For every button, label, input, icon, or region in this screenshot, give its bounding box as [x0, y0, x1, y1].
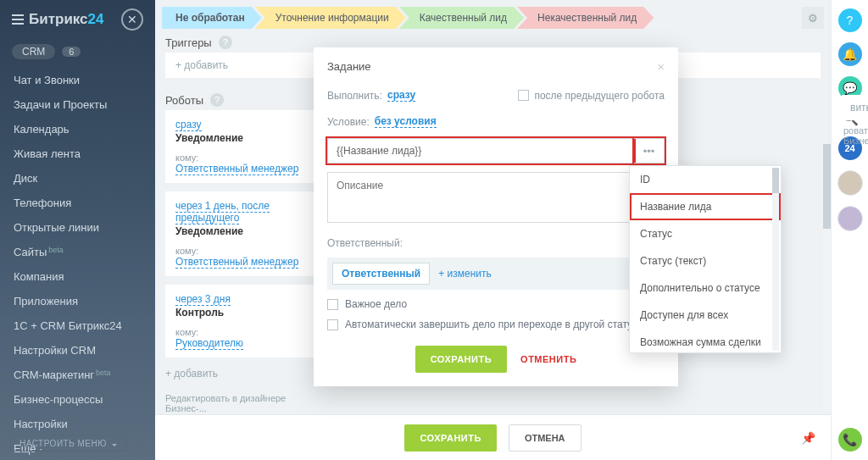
sidebar-item[interactable]: Настройки	[0, 412, 155, 436]
robot-title: Уведомление	[175, 132, 308, 144]
field-dropdown: IDНазвание лидаСтатусСтатус (текст)Допол…	[629, 165, 782, 353]
robot-to-label: кому:	[175, 152, 308, 163]
dropdown-item[interactable]: Доступен для всех	[630, 302, 781, 329]
task-modal: Задание × Выполнить: сразу после предыду…	[314, 47, 678, 386]
robot-to-link[interactable]: Ответственный менеджер	[175, 163, 298, 175]
robot-when[interactable]: через 1 день, после предыдущего	[175, 200, 270, 224]
responsible-change-link[interactable]: + изменить	[438, 268, 492, 280]
robot-card[interactable]: через 3 дня Контроль кому: Руководителю	[165, 285, 318, 357]
description-textarea[interactable]	[327, 172, 665, 223]
page-save-button[interactable]: СОХРАНИТЬ	[404, 424, 496, 452]
robots-column: сразу Уведомление кому: Ответственный ме…	[165, 110, 318, 417]
stage-clarify[interactable]: Уточнение информации	[255, 7, 406, 29]
robot-card[interactable]: сразу Уведомление кому: Ответственный ме…	[165, 110, 318, 183]
sidebar-close-icon[interactable]: ✕	[121, 8, 143, 30]
sidebar-item[interactable]: CRM-маркетингbeta	[0, 363, 155, 387]
bottom-action-bar: СОХРАНИТЬ ОТМЕНА 📌	[155, 414, 831, 460]
sidebar-item[interactable]: Календарь	[0, 117, 155, 141]
sidebar-item[interactable]: Настройки CRM	[0, 338, 155, 363]
help-bubble-icon[interactable]: ?	[838, 8, 862, 32]
important-label: Важное дело	[345, 298, 407, 310]
user-avatar[interactable]	[837, 170, 863, 196]
crm-count-badge: 6	[62, 47, 81, 57]
help-icon[interactable]: ?	[210, 93, 224, 107]
beta-badge: beta	[48, 246, 64, 254]
after-prev-checkbox[interactable]	[518, 90, 529, 101]
sidebar-item[interactable]: Сайтыbeta	[0, 240, 155, 264]
app-logo: Битрикс24	[29, 11, 104, 28]
modal-close-icon[interactable]: ×	[657, 59, 665, 74]
robots-label: Роботы	[165, 94, 203, 107]
robot-to-label: кому:	[175, 327, 308, 337]
auto-complete-label: Автоматически завершить дело при переход…	[345, 319, 637, 330]
modal-save-button[interactable]: СОХРАНИТЬ	[415, 346, 507, 373]
stage-low-quality[interactable]: Некачественный лид	[517, 7, 654, 29]
stage-not-processed[interactable]: Не обработан	[162, 7, 262, 29]
stage-quality[interactable]: Качественный лид	[399, 7, 524, 29]
beta-badge: beta	[96, 369, 111, 377]
left-sidebar: Битрикс24 ✕ CRM 6 Чат и ЗвонкиЗадачи и П…	[0, 0, 155, 460]
sidebar-item[interactable]: Диск	[0, 166, 155, 191]
condition-label: Условие:	[327, 116, 370, 128]
dropdown-item[interactable]: Название лида	[630, 193, 781, 220]
run-link[interactable]: сразу	[387, 89, 415, 102]
customize-menu-button[interactable]: НАСТРОИТЬ МЕНЮ	[10, 435, 126, 452]
modal-cancel-button[interactable]: ОТМЕНИТЬ	[520, 354, 576, 364]
sidebar-item[interactable]: Чат и Звонки	[0, 68, 155, 92]
pin-icon[interactable]: 📌	[801, 431, 815, 445]
sidebar-item[interactable]: Живая лента	[0, 141, 155, 166]
robot-to-label: кому:	[175, 246, 308, 256]
right-column-partial: вить ровать в дизайнере Бизнес-...	[842, 95, 868, 146]
dropdown-item[interactable]: ID	[630, 166, 781, 193]
dropdown-item[interactable]: Возможная сумма сделки	[630, 329, 781, 353]
robot-to-link[interactable]: Ответственный менеджер	[175, 256, 298, 269]
important-checkbox[interactable]	[327, 299, 338, 310]
crm-pill[interactable]: CRM	[12, 44, 55, 59]
call-icon[interactable]: 📞	[838, 428, 862, 452]
logo-text: Битрикс	[29, 11, 88, 27]
robot-when[interactable]: через 3 дня	[175, 293, 231, 306]
run-label: Выполнить:	[327, 90, 382, 102]
responsible-value[interactable]: Ответственный	[332, 263, 430, 285]
dropdown-item[interactable]: Дополнительно о статусе	[630, 274, 781, 302]
robot-title: Контроль	[175, 307, 308, 319]
main-scrollbar[interactable]	[823, 144, 831, 411]
designer-note: Редактировать в дизайнере Бизнес-...	[165, 390, 318, 417]
field-picker-button[interactable]: •••	[634, 138, 665, 163]
logo-number: 24	[88, 11, 104, 27]
sidebar-item[interactable]: Компания	[0, 264, 155, 289]
after-prev-label: после предыдущего робота	[534, 90, 665, 102]
page-cancel-button[interactable]: ОТМЕНА	[509, 424, 581, 452]
stage-strip: Не обработан Уточнение информации Качест…	[155, 0, 831, 29]
sidebar-item[interactable]: Открытые линии	[0, 215, 155, 240]
dropdown-scrollbar[interactable]	[772, 168, 779, 351]
sidebar-item[interactable]: 1С + CRM Битрикс24	[0, 313, 155, 338]
robot-to-link[interactable]: Руководителю	[175, 337, 243, 350]
robot-title: Уведомление	[175, 225, 308, 237]
sidebar-item[interactable]: Бизнес-процессы	[0, 387, 155, 412]
dropdown-item[interactable]: Статус (текст)	[630, 247, 781, 274]
sidebar-item[interactable]: Телефония	[0, 191, 155, 215]
robot-card[interactable]: через 1 день, после предыдущего Уведомле…	[165, 191, 318, 276]
dropdown-item[interactable]: Статус	[630, 220, 781, 247]
add-partial[interactable]: вить	[842, 95, 868, 120]
responsible-label: Ответственный:	[327, 237, 665, 249]
sidebar-item[interactable]: Приложения	[0, 289, 155, 313]
triggers-label: Триггеры	[165, 36, 212, 49]
stage-settings-icon[interactable]: ⚙	[802, 7, 824, 29]
auto-complete-checkbox[interactable]	[327, 319, 338, 330]
help-icon[interactable]: ?	[219, 36, 232, 49]
sidebar-item[interactable]: Задачи и Проекты	[0, 92, 155, 117]
add-robot-button[interactable]: + добавить	[165, 366, 318, 381]
condition-link[interactable]: без условия	[375, 115, 437, 128]
modal-title: Задание	[327, 60, 371, 73]
designer-note-partial: ровать в дизайнере Бизнес-...	[842, 120, 868, 146]
notifications-icon[interactable]: 🔔	[838, 42, 862, 66]
lead-name-input[interactable]	[327, 138, 634, 163]
right-rail: ? 🔔 💬 🔍 24 📞	[831, 0, 868, 460]
user-avatar[interactable]	[837, 206, 863, 231]
robot-when[interactable]: сразу	[175, 119, 202, 131]
menu-burger-icon[interactable]	[12, 14, 24, 25]
